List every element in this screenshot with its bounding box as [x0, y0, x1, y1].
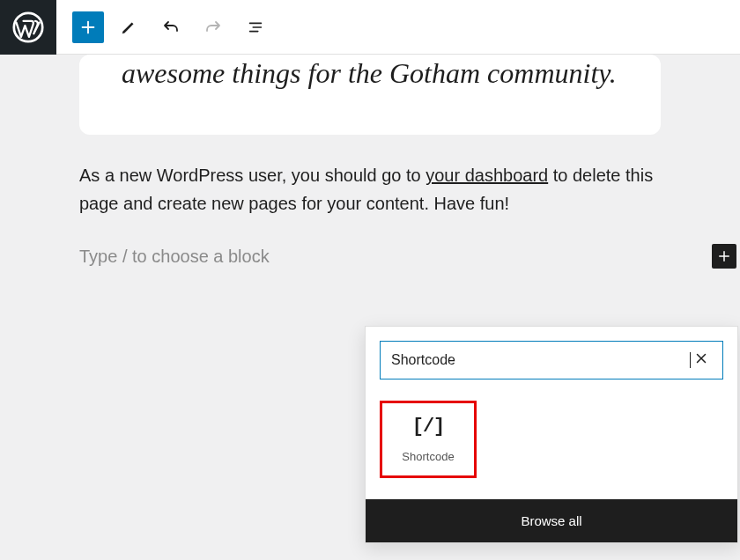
clear-search-button[interactable] [691, 350, 712, 371]
inserter-search-wrap [366, 327, 737, 394]
block-result-label: Shortcode [388, 450, 469, 463]
wordpress-logo[interactable] [0, 0, 56, 55]
document-overview-button[interactable] [238, 10, 273, 45]
close-icon [693, 350, 709, 366]
redo-icon [203, 17, 224, 38]
undo-icon [160, 17, 181, 38]
undo-button[interactable] [153, 10, 189, 45]
inserter-search-input[interactable] [391, 352, 690, 368]
inline-add-block-button[interactable] [712, 244, 736, 269]
browse-all-button[interactable]: Browse all [366, 499, 737, 542]
edit-mode-button[interactable] [111, 10, 146, 45]
editor-canvas: awesome things for the Gotham community.… [0, 55, 740, 274]
block-result-shortcode[interactable]: [/] Shortcode [380, 401, 477, 478]
wordpress-logo-icon [12, 11, 44, 43]
inserter-results: [/] Shortcode [366, 394, 737, 499]
paragraph-block[interactable]: As a new WordPress user, you should go t… [79, 161, 661, 217]
paragraph-text-before: As a new WordPress user, you should go t… [79, 166, 426, 185]
redo-button [196, 10, 231, 45]
block-placeholder-text: Type / to choose a block [79, 247, 270, 267]
editor-top-toolbar [0, 0, 740, 55]
pencil-icon [119, 18, 138, 37]
quote-text: awesome things for the Gotham community. [122, 55, 618, 92]
shortcode-icon: [/] [388, 416, 469, 438]
inserter-search-box [380, 341, 723, 379]
block-inserter-popover: [/] Shortcode Browse all [365, 326, 738, 543]
dashboard-link[interactable]: your dashboard [426, 166, 548, 185]
plus-icon [78, 18, 98, 37]
add-block-button[interactable] [72, 11, 104, 43]
plus-icon [716, 248, 732, 264]
quote-block[interactable]: awesome things for the Gotham community. [79, 55, 661, 135]
empty-block-appender[interactable]: Type / to choose a block [79, 239, 661, 274]
toolbar-group [56, 10, 273, 45]
list-icon [246, 18, 265, 37]
